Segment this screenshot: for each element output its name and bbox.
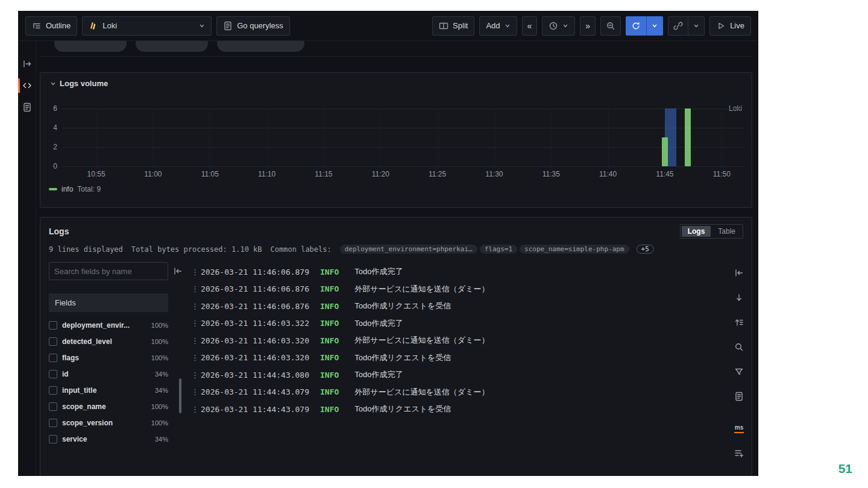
logs-meta-row: 9 lines displayed Total bytes processed:… xyxy=(40,241,752,260)
grid-line-vertical xyxy=(210,108,210,166)
chevron-down-icon xyxy=(652,23,658,29)
field-name: deployment_envir... xyxy=(62,321,146,330)
row-menu-icon[interactable]: ⋮ xyxy=(191,267,200,277)
field-row[interactable]: id 34% xyxy=(49,366,168,382)
time-forward-button[interactable]: » xyxy=(580,16,596,36)
live-button[interactable]: Live xyxy=(709,16,751,36)
grid-line-vertical xyxy=(494,108,495,166)
field-row[interactable]: flags 100% xyxy=(49,349,168,366)
log-row[interactable]: ⋮ 2026-03-21 11:46:06.876 INFO 外部サービスに通知… xyxy=(191,281,725,298)
log-timestamp: 2026-03-21 11:46:03.320 xyxy=(201,336,309,345)
field-checkbox[interactable] xyxy=(49,354,57,362)
query-pill[interactable] xyxy=(136,41,208,52)
log-row[interactable]: ⋮ 2026-03-21 11:46:03.320 INFO 外部サービスに通知… xyxy=(191,332,725,349)
query-pill[interactable] xyxy=(217,41,304,52)
explore-logs-icon[interactable] xyxy=(734,392,744,401)
collapse-panel-icon[interactable] xyxy=(734,268,744,278)
rail-query-editor-button[interactable] xyxy=(18,77,36,94)
log-timestamp: 2026-03-21 11:46:03.322 xyxy=(201,319,309,328)
log-row[interactable]: ⋮ 2026-03-21 11:44:43.080 INFO Todo作成完了 xyxy=(191,366,725,384)
field-row[interactable]: scope_version 100% xyxy=(49,414,168,431)
chevron-down-icon xyxy=(199,23,205,29)
refresh-interval-dropdown[interactable] xyxy=(646,16,663,36)
field-name: flags xyxy=(62,354,146,362)
row-menu-icon[interactable]: ⋮ xyxy=(191,336,200,345)
common-labels-label: Common labels: xyxy=(271,245,332,254)
toggle-table-option[interactable]: Table xyxy=(712,226,741,237)
add-to-list-icon[interactable] xyxy=(734,448,744,458)
outline-button[interactable]: Outline xyxy=(25,16,77,36)
field-checkbox[interactable] xyxy=(49,386,57,395)
log-message: Todo作成完了 xyxy=(354,369,403,380)
log-rows: ⋮ 2026-03-21 11:46:06.879 INFO Todo作成完了 … xyxy=(191,262,725,473)
zoom-out-button[interactable] xyxy=(600,16,621,36)
field-percent: 34% xyxy=(155,387,168,394)
y-axis-label: 2 xyxy=(42,143,57,151)
log-row[interactable]: ⋮ 2026-03-21 11:44:43.079 INFO 外部サービスに通知… xyxy=(191,384,725,401)
time-back-button[interactable]: « xyxy=(522,16,538,36)
field-row[interactable]: scope_name 100% xyxy=(49,398,168,414)
log-row[interactable]: ⋮ 2026-03-21 11:46:03.320 INFO Todo作成リクエ… xyxy=(191,349,725,367)
field-name: scope_name xyxy=(62,402,146,411)
legend-series-label[interactable]: info xyxy=(61,185,73,193)
search-input[interactable] xyxy=(49,262,168,280)
row-menu-icon[interactable]: ⋮ xyxy=(191,319,200,328)
field-name: id xyxy=(62,370,150,378)
fields-scrollbar[interactable] xyxy=(179,378,181,413)
add-dropdown[interactable]: Add xyxy=(479,16,517,36)
refresh-button[interactable] xyxy=(626,16,646,36)
grid-line-vertical xyxy=(324,108,324,166)
row-menu-icon[interactable]: ⋮ xyxy=(191,405,200,414)
log-timestamp: 2026-03-21 11:44:43.080 xyxy=(201,371,309,380)
split-button[interactable]: Split xyxy=(432,16,474,36)
scroll-down-icon[interactable] xyxy=(734,293,744,302)
app-observability-ms-icon[interactable]: ms xyxy=(734,424,744,433)
y-axis-label: 4 xyxy=(42,124,57,132)
x-axis-label: 11:20 xyxy=(372,170,389,178)
query-pill[interactable] xyxy=(54,41,127,52)
row-menu-icon[interactable]: ⋮ xyxy=(191,387,200,396)
log-row[interactable]: ⋮ 2026-03-21 11:46:06.876 INFO Todo作成リクエ… xyxy=(191,298,725,315)
go-queryless-button[interactable]: Go queryless xyxy=(216,16,290,36)
field-checkbox[interactable] xyxy=(49,370,57,378)
row-menu-icon[interactable]: ⋮ xyxy=(191,371,200,380)
field-checkbox[interactable] xyxy=(49,402,57,411)
row-menu-icon[interactable]: ⋮ xyxy=(191,353,200,362)
share-button[interactable] xyxy=(668,16,688,36)
filter-icon[interactable] xyxy=(734,367,744,377)
field-checkbox[interactable] xyxy=(49,435,57,443)
log-level: INFO xyxy=(320,284,339,293)
row-menu-icon[interactable]: ⋮ xyxy=(191,302,200,311)
rail-logs-button[interactable] xyxy=(18,99,36,116)
row-menu-icon[interactable]: ⋮ xyxy=(191,284,200,293)
log-row[interactable]: ⋮ 2026-03-21 11:44:43.079 INFO Todo作成リクエ… xyxy=(191,401,725,418)
more-labels-pill[interactable]: +5 xyxy=(637,245,654,254)
field-percent: 100% xyxy=(151,322,168,329)
datasource-picker[interactable]: Loki xyxy=(82,16,212,36)
field-row[interactable]: detected_level 100% xyxy=(49,333,168,349)
share-dropdown[interactable] xyxy=(688,16,705,36)
field-row[interactable]: input_title 34% xyxy=(49,382,168,398)
log-message: Todo作成完了 xyxy=(354,318,403,329)
grid-line-horizontal xyxy=(62,147,744,148)
label-pill: scope_name=simple-php-apm xyxy=(520,245,629,254)
logs-volume-header[interactable]: Logs volume xyxy=(40,73,752,88)
log-row[interactable]: ⋮ 2026-03-21 11:46:06.879 INFO Todo作成完了 xyxy=(191,263,725,281)
search-icon[interactable] xyxy=(734,342,744,352)
time-picker-button[interactable] xyxy=(542,16,575,36)
oldest-first-icon[interactable] xyxy=(734,318,744,327)
common-labels-pills: deployment_environment=phperkai…flags=1s… xyxy=(340,245,626,254)
field-checkbox[interactable] xyxy=(49,321,57,330)
toggle-logs-option[interactable]: Logs xyxy=(682,226,711,237)
field-checkbox[interactable] xyxy=(49,419,57,427)
log-row[interactable]: ⋮ 2026-03-21 11:46:03.322 INFO Todo作成完了 xyxy=(191,315,725,333)
field-row[interactable]: deployment_envir... 100% xyxy=(49,317,168,333)
query-toolbar xyxy=(40,41,752,57)
clock-icon xyxy=(549,21,558,31)
logs-view-toggle: Logs Table xyxy=(680,224,743,239)
grid-line-vertical xyxy=(267,108,268,166)
field-checkbox[interactable] xyxy=(49,337,57,346)
field-row[interactable]: service 34% xyxy=(49,431,168,447)
collapse-sidebar-icon[interactable] xyxy=(173,266,183,276)
rail-expand-button[interactable] xyxy=(18,55,36,72)
